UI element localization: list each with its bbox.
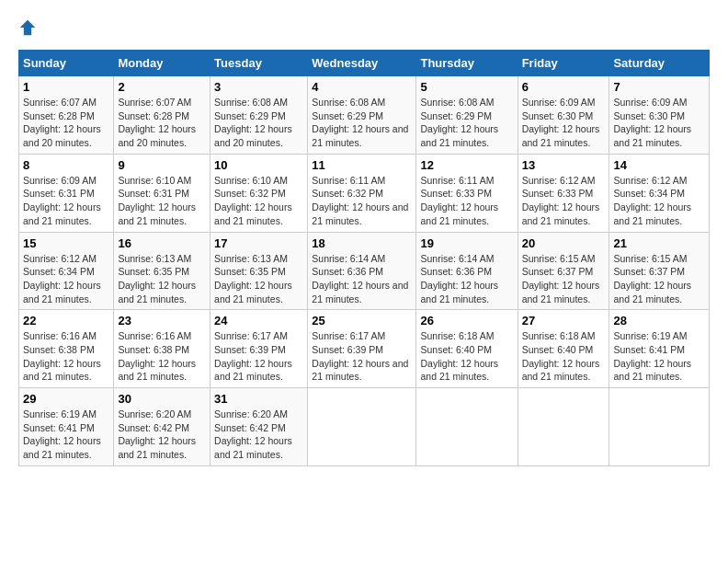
day-number: 25 [312,314,412,327]
col-header-thursday: Thursday [416,51,518,76]
day-number: 20 [522,236,606,250]
day-info: Sunrise: 6:14 AMSunset: 6:36 PMDaylight:… [312,253,408,304]
day-number: 29 [23,392,109,406]
day-info: Sunrise: 6:19 AMSunset: 6:41 PMDaylight:… [613,330,691,382]
day-info: Sunrise: 6:16 AMSunset: 6:38 PMDaylight:… [23,330,101,382]
week-row-5: 29Sunrise: 6:19 AMSunset: 6:41 PMDayligh… [19,388,710,466]
day-number: 9 [118,158,206,172]
day-cell: 16Sunrise: 6:13 AMSunset: 6:35 PMDayligh… [114,232,210,310]
day-number: 30 [118,392,206,406]
day-cell: 27Sunrise: 6:18 AMSunset: 6:40 PMDayligh… [518,310,609,388]
day-info: Sunrise: 6:16 AMSunset: 6:38 PMDaylight:… [118,330,196,382]
day-number: 12 [420,158,513,172]
day-number: 17 [214,236,303,250]
day-number: 26 [420,314,513,327]
day-info: Sunrise: 6:13 AMSunset: 6:35 PMDaylight:… [214,253,292,304]
day-number: 5 [420,80,513,94]
day-info: Sunrise: 6:13 AMSunset: 6:35 PMDaylight:… [118,253,196,304]
day-info: Sunrise: 6:08 AMSunset: 6:29 PMDaylight:… [420,97,498,148]
day-cell: 23Sunrise: 6:16 AMSunset: 6:38 PMDayligh… [114,310,210,388]
day-info: Sunrise: 6:20 AMSunset: 6:42 PMDaylight:… [214,408,292,460]
day-number: 31 [214,392,303,406]
day-info: Sunrise: 6:20 AMSunset: 6:42 PMDaylight:… [118,408,196,460]
logo-icon [18,18,37,37]
day-cell: 25Sunrise: 6:17 AMSunset: 6:39 PMDayligh… [308,310,416,388]
day-cell: 2Sunrise: 6:07 AMSunset: 6:28 PMDaylight… [114,76,210,155]
day-number: 3 [214,80,303,94]
day-number: 21 [613,236,705,250]
day-number: 22 [23,314,109,327]
day-info: Sunrise: 6:15 AMSunset: 6:37 PMDaylight:… [522,253,600,304]
day-info: Sunrise: 6:15 AMSunset: 6:37 PMDaylight:… [613,253,691,304]
day-number: 10 [214,158,303,172]
day-number: 18 [312,236,412,250]
day-cell: 8Sunrise: 6:09 AMSunset: 6:31 PMDaylight… [19,154,114,232]
day-number: 27 [522,314,606,327]
day-cell: 4Sunrise: 6:08 AMSunset: 6:29 PMDaylight… [308,76,416,155]
col-header-saturday: Saturday [609,51,710,76]
day-info: Sunrise: 6:11 AMSunset: 6:32 PMDaylight:… [312,175,408,226]
day-cell: 26Sunrise: 6:18 AMSunset: 6:40 PMDayligh… [416,310,518,388]
col-header-monday: Monday [114,51,210,76]
calendar-table: SundayMondayTuesdayWednesdayThursdayFrid… [18,50,710,466]
day-cell [416,388,518,466]
svg-marker-0 [20,20,36,36]
day-cell: 14Sunrise: 6:12 AMSunset: 6:34 PMDayligh… [609,154,710,232]
day-cell: 31Sunrise: 6:20 AMSunset: 6:42 PMDayligh… [210,388,308,466]
day-info: Sunrise: 6:17 AMSunset: 6:39 PMDaylight:… [312,330,408,382]
day-number: 7 [613,80,705,94]
day-info: Sunrise: 6:07 AMSunset: 6:28 PMDaylight:… [23,97,101,148]
day-info: Sunrise: 6:17 AMSunset: 6:39 PMDaylight:… [214,330,292,382]
day-cell: 28Sunrise: 6:19 AMSunset: 6:41 PMDayligh… [609,310,710,388]
day-cell: 19Sunrise: 6:14 AMSunset: 6:36 PMDayligh… [416,232,518,310]
day-cell: 5Sunrise: 6:08 AMSunset: 6:29 PMDaylight… [416,76,518,155]
day-info: Sunrise: 6:19 AMSunset: 6:41 PMDaylight:… [23,408,101,460]
day-cell: 6Sunrise: 6:09 AMSunset: 6:30 PMDaylight… [518,76,609,155]
day-info: Sunrise: 6:08 AMSunset: 6:29 PMDaylight:… [214,97,292,148]
day-number: 8 [23,158,109,172]
week-row-2: 8Sunrise: 6:09 AMSunset: 6:31 PMDaylight… [19,154,710,232]
day-cell: 29Sunrise: 6:19 AMSunset: 6:41 PMDayligh… [19,388,114,466]
day-cell: 17Sunrise: 6:13 AMSunset: 6:35 PMDayligh… [210,232,308,310]
col-header-friday: Friday [518,51,609,76]
day-number: 13 [522,158,606,172]
day-number: 6 [522,80,606,94]
day-cell: 9Sunrise: 6:10 AMSunset: 6:31 PMDaylight… [114,154,210,232]
day-number: 23 [118,314,206,327]
day-cell [308,388,416,466]
day-cell: 7Sunrise: 6:09 AMSunset: 6:30 PMDaylight… [609,76,710,155]
day-cell: 30Sunrise: 6:20 AMSunset: 6:42 PMDayligh… [114,388,210,466]
week-row-4: 22Sunrise: 6:16 AMSunset: 6:38 PMDayligh… [19,310,710,388]
day-cell: 13Sunrise: 6:12 AMSunset: 6:33 PMDayligh… [518,154,609,232]
day-cell: 1Sunrise: 6:07 AMSunset: 6:28 PMDaylight… [19,76,114,155]
day-info: Sunrise: 6:12 AMSunset: 6:34 PMDaylight:… [23,253,101,304]
day-info: Sunrise: 6:18 AMSunset: 6:40 PMDaylight:… [522,330,600,382]
day-cell: 11Sunrise: 6:11 AMSunset: 6:32 PMDayligh… [308,154,416,232]
col-header-wednesday: Wednesday [308,51,416,76]
day-number: 1 [23,80,109,94]
day-cell: 3Sunrise: 6:08 AMSunset: 6:29 PMDaylight… [210,76,308,155]
day-number: 28 [613,314,705,327]
logo [18,18,40,40]
day-info: Sunrise: 6:09 AMSunset: 6:30 PMDaylight:… [613,97,691,148]
day-cell: 21Sunrise: 6:15 AMSunset: 6:37 PMDayligh… [609,232,710,310]
day-info: Sunrise: 6:10 AMSunset: 6:31 PMDaylight:… [118,175,196,226]
day-cell: 24Sunrise: 6:17 AMSunset: 6:39 PMDayligh… [210,310,308,388]
day-info: Sunrise: 6:14 AMSunset: 6:36 PMDaylight:… [420,253,498,304]
day-number: 11 [312,158,412,172]
day-info: Sunrise: 6:09 AMSunset: 6:30 PMDaylight:… [522,97,600,148]
day-number: 14 [613,158,705,172]
day-number: 24 [214,314,303,327]
day-cell: 12Sunrise: 6:11 AMSunset: 6:33 PMDayligh… [416,154,518,232]
day-number: 4 [312,80,412,94]
day-cell: 18Sunrise: 6:14 AMSunset: 6:36 PMDayligh… [308,232,416,310]
day-info: Sunrise: 6:12 AMSunset: 6:34 PMDaylight:… [613,175,691,226]
day-info: Sunrise: 6:07 AMSunset: 6:28 PMDaylight:… [118,97,196,148]
col-header-sunday: Sunday [19,51,114,76]
header [18,18,710,40]
day-info: Sunrise: 6:11 AMSunset: 6:33 PMDaylight:… [420,175,498,226]
day-info: Sunrise: 6:12 AMSunset: 6:33 PMDaylight:… [522,175,600,226]
day-number: 2 [118,80,206,94]
day-number: 15 [23,236,109,250]
day-cell [609,388,710,466]
